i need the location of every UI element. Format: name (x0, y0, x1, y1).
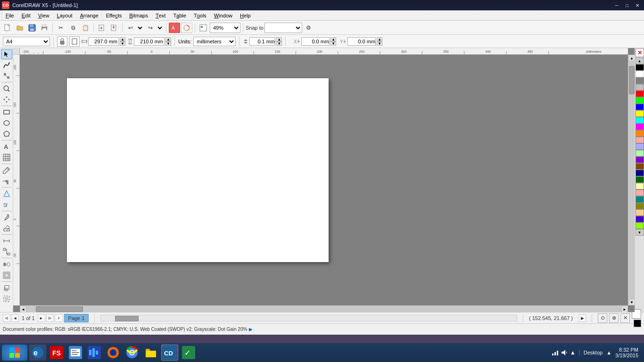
color-swatch-gray1[interactable] (636, 77, 644, 84)
blend-tool[interactable] (1, 259, 12, 270)
color-manager-button[interactable]: ⊙ (598, 313, 607, 323)
redo-list[interactable]: ▼ (157, 23, 164, 33)
freehand-tool[interactable] (1, 60, 12, 70)
transparency-tool[interactable] (1, 294, 12, 304)
color-swatch-darkgreen[interactable] (636, 176, 644, 183)
text-tool[interactable]: A (1, 141, 12, 152)
prev-page-button[interactable]: ◄ (11, 314, 19, 322)
menu-tools[interactable]: Tools (190, 10, 210, 20)
spray-tool[interactable] (1, 176, 12, 186)
color-swatch-black[interactable] (636, 64, 644, 71)
taskbar-filezilla[interactable]: FS (48, 345, 65, 361)
export-button[interactable] (108, 23, 120, 33)
y-up-arrow[interactable]: ▲ (377, 37, 382, 41)
ellipse-tool[interactable] (1, 118, 12, 128)
color-swatch-salmon[interactable] (636, 189, 644, 196)
rectangle-tool[interactable] (1, 107, 12, 117)
add-page-button[interactable]: + (55, 314, 63, 322)
width-down-arrow[interactable]: ▼ (120, 41, 125, 46)
scroll-down-button[interactable]: ▼ (628, 299, 635, 305)
snap-select[interactable] (264, 23, 302, 33)
pencil-tool[interactable] (1, 165, 12, 175)
page-tab-1[interactable]: Page 1 (64, 314, 89, 322)
new-button[interactable] (2, 23, 13, 33)
color-swatch-indigo[interactable] (636, 216, 644, 222)
color-swatch-purple[interactable] (636, 156, 644, 163)
zoom-in-status[interactable]: ▶ (578, 314, 586, 322)
x-up-arrow[interactable]: ▲ (330, 37, 336, 41)
y-down-arrow[interactable]: ▼ (377, 41, 382, 46)
canvas-viewport[interactable] (20, 55, 628, 305)
taskbar-files[interactable] (142, 345, 159, 361)
color-swatch-lightorange[interactable] (636, 209, 644, 216)
color-swatch-teal[interactable] (636, 196, 644, 203)
paste-button[interactable]: 📋 (80, 23, 91, 33)
taskbar-app3[interactable] (67, 345, 84, 361)
menu-effects[interactable]: Effects (102, 10, 125, 20)
menu-help[interactable]: Help (236, 10, 255, 20)
color-swatch-cyan[interactable] (636, 117, 644, 123)
start-button[interactable] (2, 345, 27, 361)
nudge-up-arrow[interactable]: ▲ (276, 37, 282, 41)
taskbar-ie[interactable]: e (29, 345, 46, 361)
color-swatch-blue[interactable] (636, 104, 644, 110)
no-color-swatch[interactable]: ✕ (636, 49, 644, 57)
color-swatch-olive[interactable] (636, 203, 644, 209)
color-swatch-magenta[interactable] (636, 123, 644, 130)
close-button[interactable]: ✕ (633, 1, 642, 9)
menu-file[interactable]: File (2, 10, 18, 20)
table-tool[interactable] (1, 152, 12, 163)
width-input[interactable]: 297.0 mm (88, 37, 119, 46)
close-info-button[interactable]: ✕ (620, 313, 630, 323)
view-mode-button[interactable] (198, 23, 209, 33)
status-hscroll[interactable] (100, 315, 517, 321)
stroke-indicator[interactable] (634, 320, 641, 327)
menu-window[interactable]: Window (210, 10, 236, 20)
canvas-area[interactable]: -150 -100 -50 0 50 100 150 200 250 300 3… (13, 48, 635, 312)
color-profile-expand[interactable]: ▶ (249, 327, 253, 332)
vertical-scrollbar[interactable]: ▲ ▼ (628, 55, 635, 305)
polygon-tool[interactable] (1, 129, 12, 139)
scroll-thumb-v[interactable] (629, 66, 635, 94)
scroll-right-button[interactable]: ► (621, 306, 628, 312)
node-tool[interactable] (1, 71, 12, 81)
first-page-button[interactable]: ⊲ (3, 314, 10, 322)
nudge-down-arrow[interactable]: ▼ (276, 41, 282, 46)
x-input[interactable] (301, 37, 330, 46)
connector-tool[interactable] (1, 247, 12, 257)
palette-scroll-down[interactable]: ▼ (636, 229, 644, 236)
next-page-button[interactable]: ► (38, 314, 45, 322)
import-button[interactable] (96, 23, 107, 33)
menu-view[interactable]: View (34, 10, 53, 20)
taskbar-audio[interactable] (86, 345, 103, 361)
zoom-select[interactable]: 49% (210, 23, 240, 33)
undo-list[interactable]: ▼ (137, 23, 144, 33)
taskbar-chrome[interactable] (124, 345, 140, 361)
menu-layout[interactable]: Layout (53, 10, 76, 20)
scroll-track-v[interactable] (628, 61, 635, 299)
menu-table[interactable]: Table (169, 10, 190, 20)
select-tool[interactable] (1, 49, 12, 59)
width-up-arrow[interactable]: ▲ (120, 37, 125, 41)
menu-arrange[interactable]: Arrange (76, 10, 102, 20)
page-size-select[interactable]: A4 (3, 37, 50, 46)
smart-fill-tool[interactable]: Sf (1, 199, 12, 210)
color-swatch-red[interactable] (636, 90, 644, 97)
snap-info-button[interactable]: ⊕ (609, 313, 619, 323)
y-input[interactable] (347, 37, 376, 46)
color-swatch-pink[interactable] (636, 137, 644, 143)
color-swatch-lime[interactable] (636, 222, 644, 229)
apply-color-button[interactable]: A (169, 23, 180, 33)
scroll-track-h[interactable] (26, 306, 621, 312)
color-swatch-lightgreen[interactable] (636, 150, 644, 156)
horizontal-scrollbar[interactable]: ◄ ► (20, 305, 628, 312)
color-swatch-lightyellow[interactable] (636, 183, 644, 189)
color-swatch-green[interactable] (636, 97, 644, 104)
interactive-fill-tool[interactable] (1, 189, 12, 199)
dimension-tool[interactable] (1, 236, 12, 246)
height-down-arrow[interactable]: ▼ (165, 41, 171, 46)
print-button[interactable] (39, 23, 50, 33)
scroll-left-button[interactable]: ◄ (20, 306, 26, 312)
color-swatch-white[interactable] (636, 71, 644, 77)
snap-settings-button[interactable]: ⚙ (303, 23, 314, 33)
